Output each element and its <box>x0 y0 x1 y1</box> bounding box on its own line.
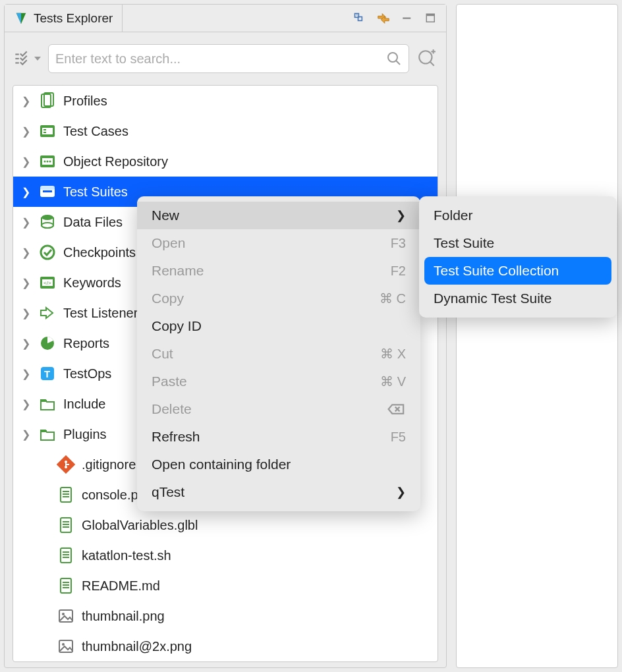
chevron-right-icon: ❯ <box>396 485 406 499</box>
svg-point-25 <box>49 161 51 163</box>
shortcut-label: F3 <box>391 236 406 251</box>
repo-icon <box>38 152 57 171</box>
chevron-right-icon: ❯ <box>20 428 32 441</box>
suites-icon <box>38 182 57 201</box>
maximize-icon[interactable] <box>424 11 438 26</box>
profiles-icon <box>38 92 57 110</box>
shortcut-label: F2 <box>391 264 406 279</box>
tree-file-globalvariables-glbl[interactable]: GlobalVariables.glbl <box>13 510 438 540</box>
reports-icon <box>38 334 57 352</box>
tree-item-label: Plugins <box>63 427 107 442</box>
menu-qtest[interactable]: qTest❯ <box>137 478 420 506</box>
tree-file-label: thumbnail@2x.png <box>82 639 192 654</box>
menu-label: Refresh <box>152 429 200 445</box>
menu-label: Copy <box>152 291 184 306</box>
svg-line-12 <box>430 61 434 65</box>
submenu-dynamic-test-suite[interactable]: Dynamic Test Suite <box>419 285 617 312</box>
minimize-icon[interactable] <box>400 11 414 26</box>
tree-item-label: Data Files <box>63 215 123 230</box>
svg-marker-8 <box>34 57 41 61</box>
right-blank-panel <box>456 4 618 668</box>
submenu-test-suite[interactable]: Test Suite <box>419 229 617 257</box>
svg-rect-7 <box>426 14 434 16</box>
chevron-right-icon: ❯ <box>20 337 32 350</box>
chevron-right-icon: ❯ <box>396 208 406 223</box>
menu-label: Paste <box>152 374 187 389</box>
svg-point-9 <box>388 53 397 62</box>
context-submenu-new: FolderTest SuiteTest Suite CollectionDyn… <box>419 196 617 318</box>
search-icon[interactable] <box>386 51 402 67</box>
add-search-button[interactable] <box>416 47 438 70</box>
collapse-icon[interactable] <box>353 11 367 26</box>
textfile-icon <box>57 576 75 595</box>
textfile-icon <box>57 516 75 534</box>
chevron-right-icon: ❯ <box>20 246 32 259</box>
chevron-right-icon: ❯ <box>20 277 32 289</box>
menu-label: Delete <box>152 401 192 417</box>
svg-point-62 <box>62 613 65 615</box>
shortcut-label: ⌘ C <box>380 291 406 306</box>
tree-file-thumbnail-2x-png[interactable]: thumbnail@2x.png <box>13 631 438 661</box>
menu-open: OpenF3 <box>137 229 420 257</box>
tab-tests-explorer[interactable]: Tests Explorer <box>5 5 123 32</box>
tree-file-label: katatlon-test.sh <box>82 548 171 563</box>
folder-icon <box>38 395 57 413</box>
chevron-right-icon: ❯ <box>20 368 32 380</box>
svg-point-31 <box>41 246 54 259</box>
tree-item-profiles[interactable]: ❯ Profiles <box>13 86 438 116</box>
submenu-label: Test Suite Collection <box>434 263 559 279</box>
svg-point-30 <box>42 223 53 228</box>
menu-label: New <box>152 208 179 223</box>
submenu-label: Test Suite <box>434 235 494 251</box>
menu-open-containing-folder[interactable]: Open containing folder <box>137 451 420 478</box>
submenu-folder[interactable]: Folder <box>419 202 617 229</box>
search-input[interactable] <box>55 51 386 67</box>
git-icon <box>57 455 75 474</box>
submenu-label: Folder <box>434 208 473 223</box>
menu-cut: Cut⌘ X <box>137 340 420 368</box>
svg-text:T: T <box>44 368 50 379</box>
svg-point-29 <box>42 215 53 220</box>
chevron-right-icon: ❯ <box>20 95 32 107</box>
tree-file-label: README.md <box>82 578 160 594</box>
tree-file-readme-md[interactable]: README.md <box>13 571 438 601</box>
search-box <box>48 44 409 73</box>
submenu-label: Dynamic Test Suite <box>434 291 551 306</box>
tree-item-object-repository[interactable]: ❯ Object Repository <box>13 146 438 177</box>
menu-refresh[interactable]: RefreshF5 <box>137 423 420 451</box>
listeners-icon <box>38 304 57 322</box>
menu-label: Open containing folder <box>152 457 291 472</box>
tree-file-label: thumbnail.png <box>82 609 165 624</box>
svg-rect-28 <box>43 190 52 192</box>
testcases-icon <box>38 122 57 140</box>
tree-item-label: TestOps <box>63 366 111 381</box>
tree-file-thumbnail-png[interactable]: thumbnail.png <box>13 601 438 631</box>
folder-icon <box>38 425 57 443</box>
svg-point-24 <box>47 161 49 163</box>
filter-button[interactable] <box>13 50 42 67</box>
testops-icon: T <box>38 364 57 383</box>
submenu-test-suite-collection[interactable]: Test Suite Collection <box>424 257 611 285</box>
menu-rename: RenameF2 <box>137 257 420 285</box>
checkpoints-icon <box>38 243 57 262</box>
chevron-right-icon: ❯ <box>20 125 32 138</box>
shortcut-label: ⌘ V <box>380 374 406 389</box>
chevron-right-icon: ❯ <box>20 307 32 320</box>
svg-point-64 <box>62 643 65 646</box>
context-menu: New❯OpenF3RenameF2Copy⌘ CCopy IDCut⌘ XPa… <box>137 196 420 511</box>
keywords-icon: </> <box>38 273 57 292</box>
menu-new[interactable]: New❯ <box>137 202 420 229</box>
svg-text:</>: </> <box>43 280 51 286</box>
menu-label: Rename <box>152 263 204 279</box>
tree-item-test-cases[interactable]: ❯ Test Cases <box>13 116 438 146</box>
svg-point-23 <box>44 161 46 163</box>
svg-rect-19 <box>43 129 46 130</box>
tree-item-label: Reports <box>63 336 109 351</box>
menu-copy-id[interactable]: Copy ID <box>137 312 420 340</box>
tree-file-katatlon-test-sh[interactable]: katatlon-test.sh <box>13 540 438 571</box>
link-arrows-icon[interactable] <box>376 11 391 26</box>
chevron-right-icon: ❯ <box>20 398 32 410</box>
svg-rect-38 <box>41 400 47 402</box>
chevron-right-icon: ❯ <box>20 186 32 198</box>
search-row <box>5 32 446 85</box>
